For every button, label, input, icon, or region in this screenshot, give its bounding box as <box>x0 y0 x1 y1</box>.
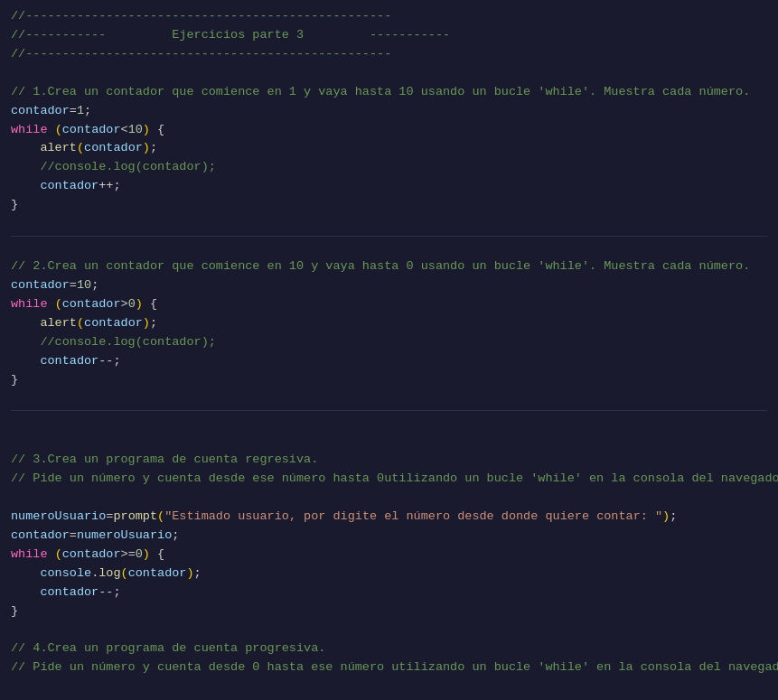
line-comment-4a: // 4.Crea un programa de cuenta progresi… <box>11 639 767 658</box>
line-blank-2 <box>11 215 767 234</box>
line-blank-1 <box>11 64 767 83</box>
code-editor: //--------------------------------------… <box>0 0 778 700</box>
line-decr-3: contador--; <box>11 583 767 602</box>
line-brace-1: } <box>11 196 767 215</box>
line-code-1: contador=1; <box>11 102 767 121</box>
line-prompt-2: numeroUsuario=prompt("Estimado usuario, … <box>11 696 767 700</box>
line-alert-1: alert(contador); <box>11 139 767 158</box>
line-incr-1: contador++; <box>11 177 767 196</box>
line-blank-9 <box>11 677 767 696</box>
line-3: //--------------------------------------… <box>11 45 767 64</box>
line-alert-2: alert(contador); <box>11 314 767 333</box>
line-prompt-1: numeroUsuario=prompt("Estimado usuario, … <box>11 508 767 527</box>
line-blank-4 <box>11 389 767 408</box>
line-comment-inner-1: //console.log(contador); <box>11 158 767 177</box>
line-while-1: while (contador<10) { <box>11 121 767 140</box>
line-blank-8 <box>11 621 767 640</box>
line-blank-7 <box>11 489 767 508</box>
line-decr-2: contador--; <box>11 352 767 371</box>
line-brace-2: } <box>11 371 767 390</box>
line-comment-inner-2: //console.log(contador); <box>11 333 767 352</box>
line-console-1: console.log(contador); <box>11 565 767 583</box>
line-code-3: contador=numeroUsuario; <box>11 527 767 546</box>
line-comment-3a: // 3.Crea un programa de cuenta regresiv… <box>11 451 767 470</box>
line-comment-4b: // Pide un número y cuenta desde 0 hasta… <box>11 658 767 677</box>
line-brace-3: } <box>11 602 767 621</box>
line-comment-1: // 1.Crea un contador que comience en 1 … <box>11 83 767 102</box>
separator-1 <box>11 236 767 237</box>
line-1: //--------------------------------------… <box>11 7 767 26</box>
line-2: //----------- Ejercicios parte 3 -------… <box>11 26 767 45</box>
line-blank-6 <box>11 432 767 451</box>
line-comment-3b: // Pide un número y cuenta desde ese núm… <box>11 470 767 489</box>
line-while-3: while (contador>=0) { <box>11 546 767 565</box>
line-blank-5 <box>11 413 767 432</box>
line-code-2: contador=10; <box>11 276 767 295</box>
line-comment-2: // 2.Crea un contador que comience en 10… <box>11 257 767 276</box>
line-blank-3 <box>11 238 767 257</box>
line-while-2: while (contador>0) { <box>11 295 767 314</box>
separator-2 <box>11 410 767 411</box>
